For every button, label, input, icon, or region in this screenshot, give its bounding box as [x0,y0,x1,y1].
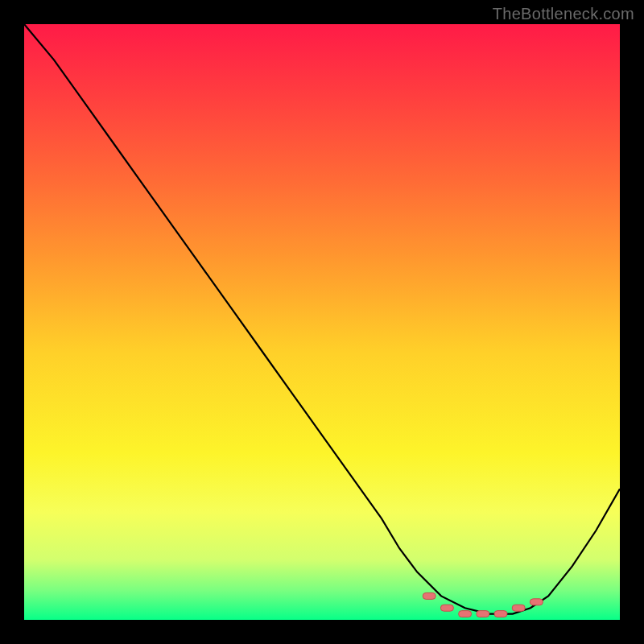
optimal-marker [423,592,436,599]
optimal-marker [440,605,453,611]
chart-frame: TheBottleneck.com [0,0,644,644]
optimal-marker [477,611,489,617]
optimal-marker [530,599,543,605]
optimal-marker [494,611,507,617]
watermark-text: TheBottleneck.com [493,5,634,23]
curve-path [24,24,620,614]
bottleneck-curve [24,24,620,620]
optimal-marker [512,605,525,611]
curve-path-group [24,24,620,614]
optimal-marker [459,611,472,617]
